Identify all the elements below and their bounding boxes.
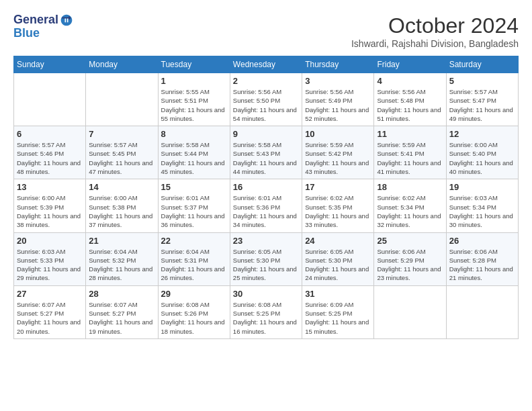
calendar-cell: 17Sunrise: 6:02 AM Sunset: 5:35 PM Dayli…: [302, 179, 374, 232]
day-info: Sunrise: 6:09 AM Sunset: 5:25 PM Dayligh…: [305, 300, 371, 336]
calendar-cell: 13Sunrise: 6:00 AM Sunset: 5:39 PM Dayli…: [14, 179, 86, 232]
day-info: Sunrise: 5:55 AM Sunset: 5:51 PM Dayligh…: [161, 87, 227, 123]
day-number: 10: [305, 129, 371, 139]
day-info: Sunrise: 6:04 AM Sunset: 5:32 PM Dayligh…: [89, 247, 154, 283]
day-info: Sunrise: 6:00 AM Sunset: 5:39 PM Dayligh…: [17, 193, 83, 229]
day-info: Sunrise: 6:03 AM Sunset: 5:33 PM Dayligh…: [17, 247, 83, 283]
day-number: 8: [161, 129, 227, 139]
calendar-cell: 20Sunrise: 6:03 AM Sunset: 5:33 PM Dayli…: [14, 232, 86, 285]
location-text: Ishwardi, Rajshahi Division, Bangladesh: [351, 38, 519, 49]
calendar-cell: 11Sunrise: 5:59 AM Sunset: 5:41 PM Dayli…: [374, 126, 446, 179]
weekday-header-sunday: Sunday: [14, 56, 86, 73]
calendar-cell: 5Sunrise: 5:57 AM Sunset: 5:47 PM Daylig…: [446, 73, 518, 126]
day-number: 6: [17, 129, 83, 139]
day-number: 15: [161, 182, 227, 192]
day-number: 20: [17, 236, 83, 246]
calendar-cell: 3Sunrise: 5:56 AM Sunset: 5:49 PM Daylig…: [302, 73, 374, 126]
calendar-cell: 12Sunrise: 6:00 AM Sunset: 5:40 PM Dayli…: [446, 126, 518, 179]
weekday-header-tuesday: Tuesday: [158, 56, 230, 73]
day-number: 29: [161, 289, 227, 299]
page-header: General Blue October 2024 Ishwardi, Rajs…: [13, 13, 519, 49]
day-number: 14: [89, 182, 154, 192]
day-number: 3: [305, 76, 371, 86]
calendar-cell: 18Sunrise: 6:02 AM Sunset: 5:34 PM Dayli…: [374, 179, 446, 232]
day-info: Sunrise: 5:56 AM Sunset: 5:48 PM Dayligh…: [377, 87, 443, 123]
calendar-cell: 31Sunrise: 6:09 AM Sunset: 5:25 PM Dayli…: [302, 285, 374, 338]
calendar-week-row: 20Sunrise: 6:03 AM Sunset: 5:33 PM Dayli…: [14, 232, 519, 285]
month-title: October 2024: [351, 13, 519, 38]
calendar-cell: 30Sunrise: 6:08 AM Sunset: 5:25 PM Dayli…: [230, 285, 302, 338]
day-info: Sunrise: 6:07 AM Sunset: 5:27 PM Dayligh…: [17, 300, 83, 336]
day-number: 23: [233, 236, 299, 246]
calendar-cell: 19Sunrise: 6:03 AM Sunset: 5:34 PM Dayli…: [446, 179, 518, 232]
day-number: 9: [233, 129, 299, 139]
day-info: Sunrise: 6:05 AM Sunset: 5:30 PM Dayligh…: [233, 247, 299, 283]
day-number: 19: [449, 182, 515, 192]
day-number: 12: [449, 129, 515, 139]
day-info: Sunrise: 6:00 AM Sunset: 5:40 PM Dayligh…: [449, 140, 515, 176]
title-section: October 2024 Ishwardi, Rajshahi Division…: [351, 13, 519, 49]
calendar-cell: 14Sunrise: 6:00 AM Sunset: 5:38 PM Dayli…: [86, 179, 158, 232]
day-number: 1: [161, 76, 227, 86]
logo-icon: [60, 13, 73, 27]
calendar-cell: 23Sunrise: 6:05 AM Sunset: 5:30 PM Dayli…: [230, 232, 302, 285]
day-number: 30: [233, 289, 299, 299]
day-number: 21: [89, 236, 154, 246]
day-number: 13: [17, 182, 83, 192]
day-number: 27: [17, 289, 83, 299]
day-info: Sunrise: 5:56 AM Sunset: 5:50 PM Dayligh…: [233, 87, 299, 123]
logo: General Blue: [13, 13, 73, 40]
day-info: Sunrise: 6:07 AM Sunset: 5:27 PM Dayligh…: [89, 300, 154, 336]
day-info: Sunrise: 5:59 AM Sunset: 5:42 PM Dayligh…: [305, 140, 371, 176]
calendar-cell: 2Sunrise: 5:56 AM Sunset: 5:50 PM Daylig…: [230, 73, 302, 126]
calendar-cell: 29Sunrise: 6:08 AM Sunset: 5:26 PM Dayli…: [158, 285, 230, 338]
weekday-header-friday: Friday: [374, 56, 446, 73]
day-info: Sunrise: 5:57 AM Sunset: 5:47 PM Dayligh…: [449, 87, 515, 123]
day-info: Sunrise: 5:57 AM Sunset: 5:46 PM Dayligh…: [17, 140, 83, 176]
calendar-cell: 4Sunrise: 5:56 AM Sunset: 5:48 PM Daylig…: [374, 73, 446, 126]
day-number: 7: [89, 129, 154, 139]
weekday-header-wednesday: Wednesday: [230, 56, 302, 73]
day-info: Sunrise: 6:08 AM Sunset: 5:25 PM Dayligh…: [233, 300, 299, 336]
calendar-cell: [446, 285, 518, 338]
calendar-cell: 25Sunrise: 6:06 AM Sunset: 5:29 PM Dayli…: [374, 232, 446, 285]
calendar-cell: [374, 285, 446, 338]
day-info: Sunrise: 6:01 AM Sunset: 5:37 PM Dayligh…: [161, 193, 227, 229]
calendar-cell: 8Sunrise: 5:58 AM Sunset: 5:44 PM Daylig…: [158, 126, 230, 179]
day-info: Sunrise: 6:08 AM Sunset: 5:26 PM Dayligh…: [161, 300, 227, 336]
calendar-cell: 10Sunrise: 5:59 AM Sunset: 5:42 PM Dayli…: [302, 126, 374, 179]
logo-general: General: [13, 13, 73, 27]
day-number: 11: [377, 129, 443, 139]
day-number: 18: [377, 182, 443, 192]
weekday-header-thursday: Thursday: [302, 56, 374, 73]
day-info: Sunrise: 5:57 AM Sunset: 5:45 PM Dayligh…: [89, 140, 154, 176]
calendar-week-row: 1Sunrise: 5:55 AM Sunset: 5:51 PM Daylig…: [14, 73, 519, 126]
day-number: 5: [449, 76, 515, 86]
weekday-header-saturday: Saturday: [446, 56, 518, 73]
day-info: Sunrise: 5:58 AM Sunset: 5:43 PM Dayligh…: [233, 140, 299, 176]
day-info: Sunrise: 6:06 AM Sunset: 5:29 PM Dayligh…: [377, 247, 443, 283]
weekday-header-monday: Monday: [86, 56, 158, 73]
logo-text-general: General: [13, 13, 58, 27]
calendar-cell: 28Sunrise: 6:07 AM Sunset: 5:27 PM Dayli…: [86, 285, 158, 338]
calendar-cell: 9Sunrise: 5:58 AM Sunset: 5:43 PM Daylig…: [230, 126, 302, 179]
day-info: Sunrise: 6:01 AM Sunset: 5:36 PM Dayligh…: [233, 193, 299, 229]
calendar-cell: 15Sunrise: 6:01 AM Sunset: 5:37 PM Dayli…: [158, 179, 230, 232]
calendar-cell: 22Sunrise: 6:04 AM Sunset: 5:31 PM Dayli…: [158, 232, 230, 285]
day-info: Sunrise: 6:05 AM Sunset: 5:30 PM Dayligh…: [305, 247, 371, 283]
calendar-table: SundayMondayTuesdayWednesdayThursdayFrid…: [13, 56, 519, 339]
calendar-cell: 6Sunrise: 5:57 AM Sunset: 5:46 PM Daylig…: [14, 126, 86, 179]
day-number: 2: [233, 76, 299, 86]
day-number: 16: [233, 182, 299, 192]
calendar-cell: [14, 73, 86, 126]
calendar-week-row: 27Sunrise: 6:07 AM Sunset: 5:27 PM Dayli…: [14, 285, 519, 338]
calendar-cell: 21Sunrise: 6:04 AM Sunset: 5:32 PM Dayli…: [86, 232, 158, 285]
day-number: 22: [161, 236, 227, 246]
day-number: 24: [305, 236, 371, 246]
calendar-cell: 1Sunrise: 5:55 AM Sunset: 5:51 PM Daylig…: [158, 73, 230, 126]
logo-text-blue: Blue: [13, 27, 73, 40]
day-info: Sunrise: 5:59 AM Sunset: 5:41 PM Dayligh…: [377, 140, 443, 176]
day-number: 31: [305, 289, 371, 299]
day-info: Sunrise: 6:02 AM Sunset: 5:34 PM Dayligh…: [377, 193, 443, 229]
day-number: 17: [305, 182, 371, 192]
